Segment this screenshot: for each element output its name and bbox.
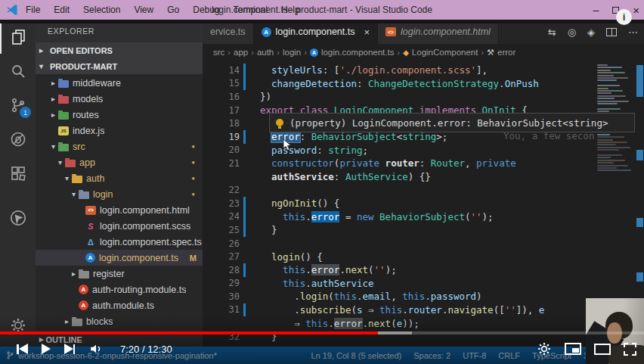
folder-icon — [79, 191, 89, 199]
code-line-31[interactable]: 31 .subscribe(s ⇒ this.router.navigate([… — [203, 303, 596, 317]
menu-terminal[interactable]: Terminal — [234, 5, 268, 15]
code-token: constructor — [271, 157, 334, 169]
breadcrumb-logincomponent[interactable]: ◆LoginComponent — [403, 48, 478, 57]
tree-item-login[interactable]: ▾login● — [36, 186, 203, 202]
browser-preview-icon[interactable] — [0, 201, 36, 235]
breadcrumb-error[interactable]: ⚒error — [487, 48, 516, 58]
code-token: } — [260, 224, 277, 235]
code-token: ( — [368, 264, 374, 275]
menu-file[interactable]: File — [26, 5, 40, 15]
menu-help[interactable]: Help — [281, 5, 300, 15]
tree-item-auth[interactable]: ▾auth● — [36, 170, 203, 186]
menu-edit[interactable]: Edit — [54, 5, 70, 15]
search-icon[interactable] — [0, 54, 36, 88]
played-bar — [0, 331, 378, 334]
tree-item-login-component-spec-ts[interactable]: login.component.spec.ts — [36, 234, 203, 250]
tree-item-index-js[interactable]: index.js — [36, 123, 203, 138]
tree-item-routes[interactable]: ▸routes — [36, 107, 203, 123]
code-line-wrap[interactable]: ⇒ this.error.next(e)); — [203, 316, 596, 330]
more-actions-icon[interactable]: ⋯ — [628, 26, 638, 38]
code-line-16[interactable]: 16}) — [203, 90, 596, 104]
code-editor[interactable]: 14 styleUrls: ['./login.component.scss']… — [203, 61, 644, 347]
previous-button[interactable] — [17, 344, 28, 354]
code-line-23[interactable]: 23 ngOnInit() { — [203, 197, 596, 210]
code-line-30[interactable]: 30 .login(this.email, this.password) — [203, 290, 596, 303]
code-line-14[interactable]: 14 styleUrls: ['./login.component.scss']… — [203, 64, 596, 77]
gitlens-icon[interactable]: ◈ — [587, 26, 595, 38]
lightbulb-icon[interactable] — [276, 119, 283, 126]
player-settings-icon[interactable] — [537, 341, 552, 356]
breadcrumb-app[interactable]: app — [234, 48, 248, 57]
theater-mode-icon[interactable] — [594, 344, 611, 355]
open-changes-icon[interactable]: ⇆ — [548, 26, 556, 38]
tree-item-login-component-scss[interactable]: login.component.scss — [36, 218, 203, 234]
tree-item-middleware[interactable]: ▸middleware — [36, 75, 203, 91]
play-button[interactable] — [42, 344, 51, 354]
miniplayer-icon[interactable] — [565, 343, 581, 355]
breadcrumb-label: src — [213, 48, 224, 57]
tree-item-login-component-html[interactable]: login.component.html — [36, 202, 203, 218]
tree-item-auth-routing-module-ts[interactable]: auth-routing.module.ts — [36, 282, 203, 297]
next-button[interactable] — [64, 344, 76, 354]
tree-item-auth-module-ts[interactable]: auth.module.ts — [36, 297, 203, 313]
chevron-down-icon: ▾ — [48, 142, 58, 151]
video-progress-bar[interactable] — [0, 331, 644, 334]
menu-selection[interactable]: Selection — [83, 5, 120, 15]
folder-icon — [58, 144, 69, 151]
code-token — [260, 211, 283, 222]
tree-item-src[interactable]: ▾src● — [36, 138, 203, 154]
tree-item-login-component-ts[interactable]: login.component.tsM — [36, 250, 203, 266]
minimap-line — [597, 101, 629, 102]
code-line-20[interactable]: 20 password: string; — [203, 144, 596, 157]
breadcrumb-auth[interactable]: auth — [257, 48, 274, 57]
code-line-wrap[interactable]: authService: AuthService) {} — [203, 170, 596, 184]
code-line-25[interactable]: 25 } — [203, 223, 596, 237]
project-root-section[interactable]: ▾ PRODUCT-MART — [36, 58, 203, 74]
breadcrumb-src[interactable]: src — [213, 48, 224, 57]
scm-badge: 1 — [20, 107, 31, 118]
menu-debug[interactable]: Debug — [193, 5, 219, 15]
close-tab-icon[interactable]: × — [364, 26, 370, 38]
debug-icon[interactable] — [0, 122, 36, 156]
code-line-29[interactable]: 29 this.authService — [203, 277, 596, 291]
chevron-down-icon: ▾ — [39, 62, 48, 70]
code-line-22[interactable]: 22 — [203, 183, 596, 197]
breadcrumb-login[interactable]: login — [283, 48, 301, 57]
tree-item-app[interactable]: ▾app● — [36, 154, 203, 170]
fullscreen-icon[interactable] — [624, 343, 636, 356]
tree-item-blocks[interactable]: ▸blocks — [36, 313, 203, 329]
menu-go[interactable]: Go — [167, 5, 179, 15]
folder-icon — [72, 176, 82, 183]
code-token — [260, 78, 271, 89]
code-line-24[interactable]: 24 this.error = new BehaviorSubject(''); — [203, 210, 596, 224]
tree-item-models[interactable]: ▸models — [36, 91, 203, 107]
menu-view[interactable]: View — [134, 5, 153, 15]
toggle-blame-icon[interactable]: ◎ — [568, 26, 576, 38]
code-text: }) — [260, 91, 271, 102]
close-button[interactable]: × — [633, 4, 639, 17]
code-line-15[interactable]: 15 changeDetection: ChangeDetectionStrat… — [203, 77, 596, 91]
breadcrumb[interactable]: src›app›auth›login›Alogin.component.ts›◆… — [203, 44, 644, 61]
code-text: authService: AuthService) {} — [260, 171, 431, 182]
split-editor-icon[interactable] — [606, 28, 617, 36]
extensions-icon[interactable] — [0, 156, 36, 190]
code-token: authService — [271, 171, 334, 182]
gutter — [243, 117, 246, 130]
tree-item-register[interactable]: ▸register — [36, 266, 203, 282]
minimap-line — [597, 144, 616, 145]
source-control-icon[interactable]: 1 — [0, 88, 36, 122]
explorer-icon[interactable] — [0, 20, 36, 54]
volume-icon[interactable] — [88, 342, 104, 356]
code-token: ], — [476, 64, 488, 76]
open-editors-section[interactable]: ▸ OPEN EDITORS — [36, 42, 203, 58]
code-line-27[interactable]: 27 login() { — [203, 250, 596, 263]
code-line-28[interactable]: 28 this.error.next(''); — [203, 263, 596, 277]
code-line-26[interactable]: 26 — [203, 237, 596, 250]
video-info-card-icon[interactable]: i — [616, 9, 632, 25]
breadcrumb-login-component-ts[interactable]: Alogin.component.ts — [310, 48, 395, 57]
minimize-button[interactable]: – — [593, 6, 599, 14]
title-bar: FileEditSelectionViewGoDebugTerminalHelp… — [0, 0, 644, 20]
code-line-21[interactable]: 21 constructor(private router: Router, p… — [203, 157, 596, 170]
minimap-line — [597, 134, 610, 135]
code-token: : [ — [323, 64, 340, 76]
